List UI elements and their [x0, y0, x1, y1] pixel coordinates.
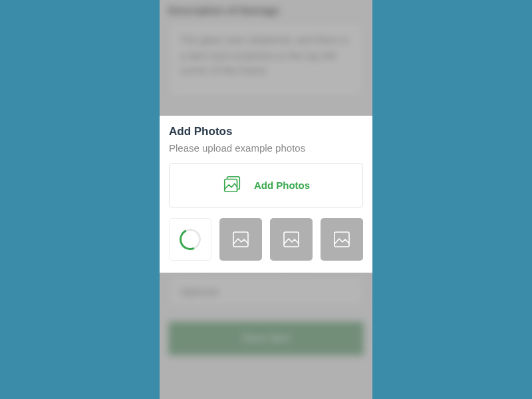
svg-rect-1	[225, 180, 237, 192]
photo-icon	[332, 230, 351, 249]
photo-slot-placeholder[interactable]	[270, 218, 313, 261]
spinner-icon	[176, 225, 203, 253]
svg-rect-2	[233, 232, 248, 247]
modal-subtitle: Please upload example photos	[169, 142, 363, 154]
photo-slot-loading[interactable]	[169, 218, 211, 261]
web-address-input[interactable]	[168, 275, 364, 307]
svg-rect-3	[284, 232, 299, 247]
photo-thumbnails-row	[169, 218, 363, 261]
description-label: Description of Damage	[168, 4, 364, 15]
add-photos-button-label: Add Photos	[254, 180, 310, 191]
description-textarea[interactable]: The glass was shattered, and there is a …	[168, 23, 364, 97]
modal-title: Add Photos	[169, 125, 363, 138]
add-photos-modal: Add Photos Please upload example photos …	[160, 116, 372, 273]
svg-rect-4	[334, 232, 349, 247]
save-item-button[interactable]: Save Item	[168, 322, 364, 356]
photo-icon	[231, 230, 250, 249]
photo-slot-placeholder[interactable]	[219, 218, 262, 261]
photo-slot-placeholder[interactable]	[321, 218, 363, 261]
photo-icon	[222, 174, 242, 196]
photo-icon	[282, 230, 301, 249]
add-photos-button[interactable]: Add Photos	[169, 163, 363, 207]
